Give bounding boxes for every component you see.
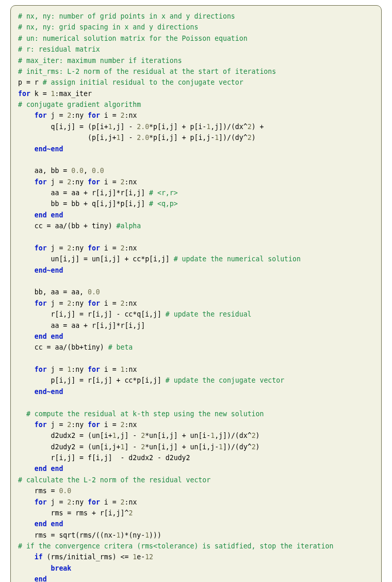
code-text: aa = aa + r[i,j]*r[i,j] [18,322,145,329]
comment: #alpha [117,222,141,230]
code-text: j = [47,498,68,506]
keyword-end: end~end [35,266,63,274]
code-text: )*(ny- [121,531,145,539]
code-text: d2udy2 = (un[i,j+ [18,443,121,451]
comment: # compute the residual at k-th step usin… [26,410,264,418]
number: 12 [145,553,153,561]
code-text: i = [100,300,121,307]
comment: # update the conjugate vector [166,376,284,384]
code-text: *p[i,j] + p[i,j- [149,134,215,141]
number: 2 [121,112,125,119]
comment: # un: numerical solution matrix for the … [18,35,248,42]
number: 2 [252,432,256,439]
keyword-end: end end [35,333,63,340]
code-text: ))) [149,531,161,539]
number: 2 [141,443,145,451]
number: 2 [248,123,252,131]
number: 1 [215,134,219,141]
keyword-for: for [35,112,47,119]
number: 1 [117,134,121,141]
code-text: i = [100,178,121,186]
number: 2 [121,244,125,252]
comment: # assign initial residual to the conjuga… [43,78,243,86]
code-text: j = [47,366,68,373]
keyword-for: for [35,244,47,252]
number: 0.0 [92,167,104,175]
code-text: j = [47,300,68,307]
keyword-break: break [51,564,72,572]
code-text: :nx [125,112,137,119]
code-text: :ny [71,300,88,307]
number: 2 [121,498,125,506]
code-text: j = [47,244,68,252]
number: 1 [145,531,149,539]
code-block: # nx, ny: number of grid points in x and… [10,5,382,582]
code-text: e- [137,553,145,561]
code-text: ) [256,432,260,439]
code-text: :ny [71,366,88,373]
keyword-if: if [35,553,43,561]
keyword-for: for [88,300,100,307]
code-text: :nx [125,300,137,307]
keyword-for: for [88,421,100,429]
code-text: cc = aa/(bb + tiny) [18,222,117,230]
code-text: :nx [125,244,137,252]
code-text: i = [100,421,121,429]
number: 2 [121,178,125,186]
code-text: i = [100,498,121,506]
number: 0.0 [71,167,84,175]
keyword-for: for [88,498,100,506]
number: 1 [117,531,121,539]
keyword-for: for [35,300,47,307]
code-text: i = [100,244,121,252]
code-text: r[i,j] = r[i,j] - cc*q[i,j] [18,310,166,318]
keyword-for: for [35,498,47,506]
number: 2 [252,443,256,451]
code-text: :ny [71,421,88,429]
code-text: :ny [71,178,88,186]
code-text: :ny [71,498,88,506]
comment: # conjugate gradient algorithm [18,101,141,108]
code-text: :nx [125,366,137,373]
code-text: j = [47,421,68,429]
keyword-for: for [18,90,30,98]
code-text: :nx [125,178,137,186]
number: 2 [248,134,252,141]
number: 2.0 [137,123,149,131]
code-text: ) + [252,123,264,131]
comment: # nx, ny: number of grid points in x and… [18,12,235,20]
comment: # init_rms: L-2 norm of the residual at … [18,68,276,75]
comment: # update the numerical solution [174,255,301,263]
code-text: q[i,j] = (p[i+ [18,123,108,131]
code-text: d2udx2 = (un[i+ [18,432,112,439]
comment: # calculate the L-2 norm of the residual… [18,476,210,484]
keyword-for: for [88,112,100,119]
number: 1 [210,432,215,439]
keyword-for: for [88,244,100,252]
keyword-for: for [35,178,47,186]
code-text: ])/(dy^ [223,443,252,451]
keyword-for: for [88,366,100,373]
number: 2.0 [137,134,149,141]
code-text: ,j])/(dx^ [210,123,247,131]
code-text: p[i,j] = r[i,j] + cc*p[i,j] [18,376,166,384]
code-text: ) [256,443,260,451]
comment: # update the residual [166,310,252,318]
code-text: bb, aa = aa, [18,288,88,296]
code-text: ] - [121,134,137,141]
code-text: bb = bb + q[i,j]*p[i,j] [18,200,149,208]
comment: # <r,r> [149,189,178,197]
number: 1 [108,123,112,131]
code-text: i = [100,366,121,373]
code-text: :ny [71,112,88,119]
number: 0.0 [59,487,71,495]
code-text: ) [252,134,256,141]
comment: # beta [108,343,133,351]
keyword-end: end~end [35,388,63,396]
code-text: *un[i,j] + un[i,j- [145,443,219,451]
code-text: r[i,j] = f[i,j] - d2udx2 - d2udy2 [18,454,190,462]
code-text: j = [47,112,68,119]
code-text: ,j] - [112,123,137,131]
code-text: (rms/initial_rms) <= [43,553,133,561]
code-text: *un[i,j] + un[i- [145,432,210,439]
